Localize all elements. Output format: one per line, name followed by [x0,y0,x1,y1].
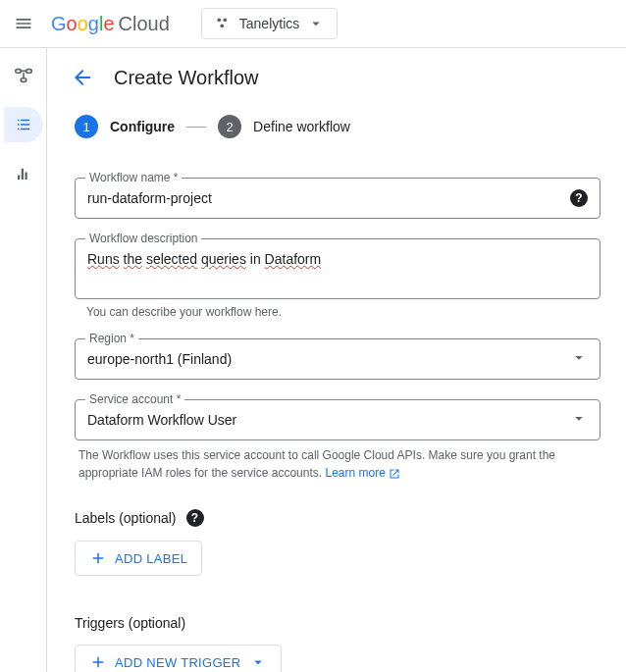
step-1-circle[interactable]: 1 [75,115,98,138]
region-label: Region * [85,332,138,345]
chevron-down-icon [570,410,588,431]
step-2-circle[interactable]: 2 [218,115,241,138]
chevron-down-icon [307,15,325,32]
service-account-label: Service account * [85,392,184,406]
svg-point-2 [220,24,224,27]
service-account-value: Dataform Workflow User [87,412,564,428]
sidebar-item-metrics[interactable] [4,156,43,191]
header: Google Cloud Tanelytics [0,0,626,47]
workflow-name-input[interactable] [87,190,560,206]
triggers-section-title: Triggers (optional) [75,615,600,631]
add-trigger-button[interactable]: Add New Trigger [75,645,282,672]
project-selector[interactable]: Tanelytics [201,8,338,39]
sidebar-item-workflows[interactable] [4,58,43,93]
project-icon [214,15,232,32]
description-hint: You can describe your workflow here. [86,305,600,319]
workflow-name-label: Workflow name * [85,171,182,184]
sidebar [0,48,47,672]
step-connector [186,127,206,128]
add-label-button[interactable]: Add Label [75,541,202,576]
step-1-label: Configure [110,119,175,134]
service-account-select[interactable]: Service account * Dataform Workflow User [75,399,600,440]
help-icon[interactable]: ? [186,509,204,527]
chevron-down-icon [570,349,588,370]
main-content: Create Workflow 1 Configure 2 Define wor… [47,48,626,672]
workflow-description-label: Workflow description [85,232,201,245]
plus-icon [89,653,107,671]
menu-icon[interactable] [12,12,35,35]
svg-point-1 [223,18,227,22]
svg-rect-5 [21,78,26,82]
sidebar-item-list[interactable] [4,107,43,142]
svg-point-0 [217,18,221,22]
project-name: Tanelytics [239,16,299,31]
service-account-description: The Workflow uses this service account t… [78,446,600,482]
chevron-down-icon [249,653,267,671]
labels-section-title: Labels (optional) ? [75,509,600,527]
svg-rect-3 [15,70,21,74]
stepper: 1 Configure 2 Define workflow [75,115,600,138]
cloud-text: Cloud [119,13,170,35]
back-button[interactable] [71,66,94,89]
help-icon[interactable]: ? [570,189,588,207]
workflow-description-input[interactable]: Runs the selected queries in Dataform [87,251,588,286]
learn-more-link[interactable]: Learn more [325,466,400,480]
region-value: europe-north1 (Finland) [87,351,564,367]
plus-icon [89,549,107,567]
google-cloud-logo: Google Cloud [51,13,170,35]
google-logo-text: Google [51,13,115,35]
page-title: Create Workflow [114,67,258,89]
region-select[interactable]: Region * europe-north1 (Finland) [75,338,600,380]
step-2-label: Define workflow [253,119,350,134]
svg-rect-4 [26,70,31,74]
